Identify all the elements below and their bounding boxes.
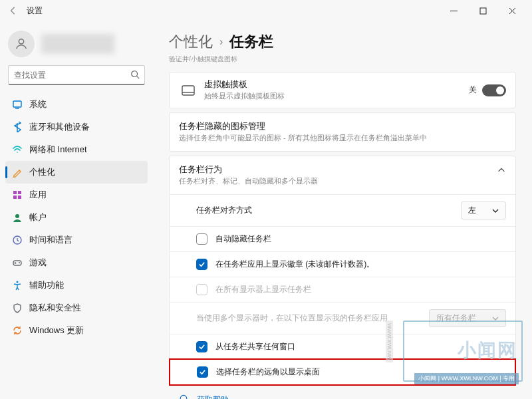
close-button[interactable] (497, 1, 527, 20)
search-input[interactable] (8, 65, 145, 85)
share-window-label: 从任务栏共享任何窗口 (215, 341, 506, 352)
system-icon (12, 99, 23, 110)
back-button[interactable] (5, 3, 21, 19)
all-displays-checkbox (196, 284, 207, 295)
touchpad-icon (179, 85, 198, 96)
nav-item-label: 辅助功能 (29, 279, 64, 291)
multi-monitor-select: 所有任务栏 (429, 309, 506, 327)
behaviors-title: 任务栏行为 (179, 164, 497, 176)
touchpad-desc: 始终显示虚拟触摸板图标 (204, 91, 469, 101)
search-icon (130, 70, 140, 82)
chevron-up-icon (497, 164, 506, 178)
overflow-title: 任务栏隐藏的图标管理 (179, 121, 506, 132)
minimize-button[interactable] (439, 1, 468, 20)
sidebar: 系统蓝牙和其他设备网络和 Internet个性化应用帐户时间和语言游戏辅助功能隐… (0, 21, 153, 399)
svg-rect-7 (18, 196, 21, 199)
help-link-row: 获取帮助 (169, 390, 516, 399)
svg-rect-0 (480, 8, 486, 14)
main-content[interactable]: 个性化 › 任务栏 验证并/小触摸键盘图标 虚拟触摸板 始终显示虚拟触摸板图标 … (153, 21, 532, 399)
overflow-section[interactable]: 任务栏隐藏的图标管理 选择任务栏角中可能显示的图标 - 所有其他图标将显示在任务… (169, 112, 516, 152)
all-displays-label: 在所有显示器上显示任务栏 (215, 284, 506, 295)
time-icon (12, 235, 23, 245)
nav-item-account[interactable]: 帐户 (5, 206, 148, 229)
autohide-checkbox[interactable] (196, 233, 207, 245)
nav-item-label: 个性化 (29, 166, 55, 178)
behaviors-section: 任务栏行为 任务栏对齐、标记、自动隐藏和多个显示器 任务栏对齐方式 左 自动隐藏… (169, 156, 516, 386)
brush-icon (12, 167, 23, 178)
behaviors-header[interactable]: 任务栏行为 任务栏对齐、标记、自动隐藏和多个显示器 (170, 156, 515, 194)
account-icon (12, 212, 23, 223)
nav-item-label: 应用 (29, 189, 47, 201)
svg-point-11 (19, 262, 20, 263)
help-icon (178, 394, 189, 399)
nav-item-label: 系统 (29, 98, 47, 110)
autohide-row: 自动隐藏任务栏 (170, 226, 515, 251)
svg-rect-3 (13, 101, 21, 107)
breadcrumb: 个性化 › 任务栏 (169, 32, 516, 52)
nav-item-label: 时间和语言 (29, 234, 72, 246)
accessibility-icon (12, 280, 23, 291)
nav-item-label: 游戏 (29, 257, 47, 269)
nav-item-brush[interactable]: 个性化 (5, 161, 148, 184)
nav-item-gaming[interactable]: 游戏 (5, 251, 148, 274)
nav-item-label: 隐私和安全性 (29, 302, 81, 314)
nav-item-apps[interactable]: 应用 (5, 184, 148, 206)
touchpad-state-label: 关 (469, 84, 477, 96)
nav-item-update[interactable]: Windows 更新 (5, 319, 148, 342)
chevron-down-icon (492, 315, 499, 322)
behaviors-desc: 任务栏对齐、标记、自动隐藏和多个显示器 (179, 176, 497, 186)
overflow-desc: 选择任务栏角中可能显示的图标 - 所有其他图标将显示在任务栏角溢出菜单中 (179, 133, 506, 143)
user-block[interactable] (8, 31, 145, 57)
get-help-link[interactable]: 获取帮助 (197, 394, 229, 399)
wifi-icon (12, 144, 23, 155)
touchpad-toggle[interactable] (482, 84, 506, 96)
truncated-row-desc: 验证并/小触摸键盘图标 (169, 55, 516, 64)
maximize-button[interactable] (468, 1, 497, 20)
svg-point-12 (17, 281, 19, 283)
nav-item-accessibility[interactable]: 辅助功能 (5, 274, 148, 297)
nav-item-privacy[interactable]: 隐私和安全性 (5, 297, 148, 319)
apps-icon (12, 190, 23, 200)
nav-item-time[interactable]: 时间和语言 (5, 229, 148, 251)
alignment-row: 任务栏对齐方式 左 (170, 194, 515, 226)
svg-rect-6 (13, 196, 17, 199)
alignment-label: 任务栏对齐方式 (196, 205, 461, 216)
window-title: 设置 (27, 5, 43, 17)
nav-item-system[interactable]: 系统 (5, 93, 148, 116)
badges-checkbox[interactable] (196, 259, 207, 270)
autohide-label: 自动隐藏任务栏 (215, 233, 506, 245)
svg-point-8 (15, 214, 19, 218)
bluetooth-icon (12, 122, 23, 132)
nav-item-label: 蓝牙和其他设备 (29, 121, 90, 133)
breadcrumb-parent[interactable]: 个性化 (169, 32, 213, 52)
svg-point-1 (19, 39, 23, 44)
svg-rect-13 (182, 86, 194, 95)
chevron-right-icon: › (219, 36, 223, 48)
all-displays-row: 在所有显示器上显示任务栏 (170, 277, 515, 302)
privacy-icon (12, 303, 23, 313)
nav-item-label: Windows 更新 (29, 325, 84, 336)
svg-rect-4 (13, 191, 17, 194)
nav-item-bluetooth[interactable]: 蓝牙和其他设备 (5, 116, 148, 138)
alignment-select[interactable]: 左 (461, 201, 506, 219)
chevron-down-icon (492, 207, 499, 214)
virtual-touchpad-row: 虚拟触摸板 始终显示虚拟触摸板图标 关 (169, 72, 516, 108)
far-corner-row: 选择任务栏的远角以显示桌面 (169, 358, 516, 386)
badges-label: 在任务栏应用上显示徽章 (未读邮件计数器)。 (215, 259, 506, 270)
multi-monitor-label: 当使用多个显示器时，在以下位置显示我的任务栏应用 (196, 313, 429, 324)
share-window-row: 从任务栏共享任何窗口 (170, 334, 515, 359)
far-corner-checkbox[interactable] (197, 366, 208, 378)
search-box (8, 65, 145, 85)
nav-list: 系统蓝牙和其他设备网络和 Internet个性化应用帐户时间和语言游戏辅助功能隐… (5, 93, 148, 342)
badges-row: 在任务栏应用上显示徽章 (未读邮件计数器)。 (170, 251, 515, 277)
avatar (8, 31, 35, 57)
titlebar: 设置 (0, 0, 532, 21)
update-icon (12, 325, 23, 336)
nav-item-wifi[interactable]: 网络和 Internet (5, 138, 148, 161)
svg-rect-5 (18, 191, 21, 194)
nav-item-label: 网络和 Internet (29, 144, 87, 156)
user-name-redacted (41, 34, 114, 54)
gaming-icon (12, 257, 23, 268)
far-corner-label: 选择任务栏的远角以显示桌面 (216, 366, 505, 378)
share-window-checkbox[interactable] (196, 341, 207, 352)
